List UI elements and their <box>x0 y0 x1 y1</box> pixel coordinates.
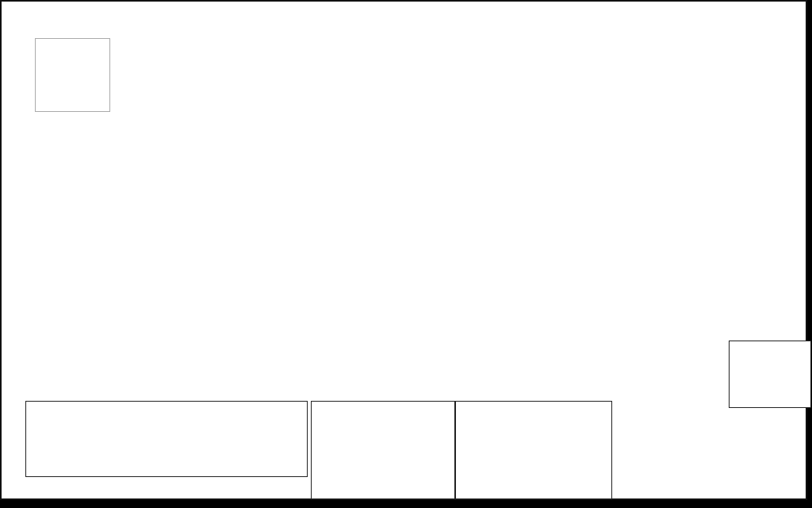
moisture-table-box <box>311 401 455 499</box>
shear-table-box <box>455 401 612 499</box>
app-frame <box>0 0 807 500</box>
thermo-table-box <box>25 401 308 477</box>
skewt-legend <box>35 38 110 112</box>
srh-bwd-summary-box <box>729 341 811 408</box>
